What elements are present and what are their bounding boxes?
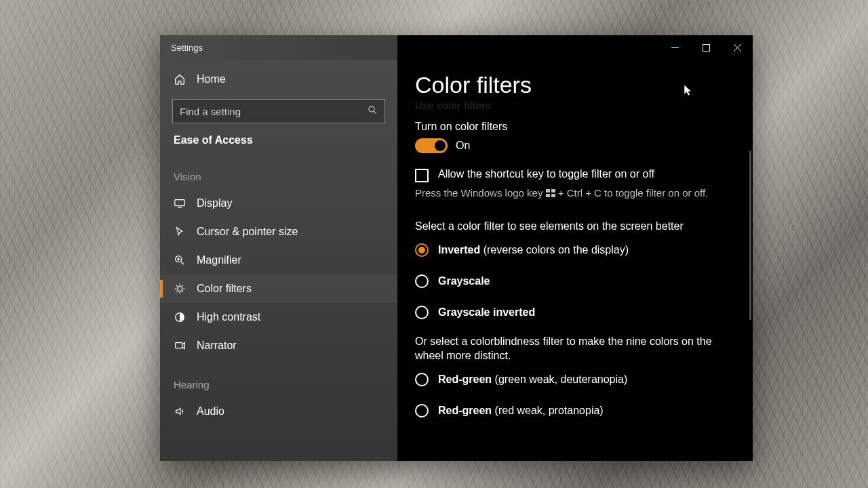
sidebar-item-label: Narrator: [197, 340, 237, 352]
sidebar-item-magnifier[interactable]: Magnifier: [160, 246, 397, 274]
page-title: Color filters: [415, 72, 735, 98]
home-icon: [174, 73, 186, 85]
ghost-subtitle: Use color filters: [415, 100, 735, 111]
radio-button[interactable]: [415, 243, 429, 257]
sidebar-item-label: Magnifier: [197, 254, 241, 266]
audio-icon: [174, 405, 186, 418]
radio-label: Grayscale: [438, 275, 490, 287]
svg-line-17: [176, 285, 177, 286]
sidebar-category: Ease of Access: [160, 134, 397, 152]
sidebar-home-label: Home: [197, 73, 226, 85]
sidebar-item-cursor[interactable]: Cursor & pointer size: [160, 218, 397, 246]
search-box[interactable]: [172, 99, 385, 123]
close-button[interactable]: [722, 35, 753, 60]
svg-rect-6: [175, 200, 184, 206]
magnifier-icon: [174, 254, 186, 266]
sidebar-item-label: High contrast: [197, 311, 260, 323]
sidebar: Home Ease of Access Vision Display: [160, 60, 397, 461]
sidebar-item-label: Display: [197, 197, 232, 209]
radio-label: Red-green (green weak, deuteranopia): [438, 373, 627, 386]
search-input[interactable]: [180, 106, 368, 117]
colorblind-label: Or select a colorblindness filter to mak…: [415, 334, 734, 363]
display-icon: [174, 197, 186, 209]
sidebar-item-display[interactable]: Display: [160, 189, 397, 218]
settings-window: Settings Home Ease o: [160, 35, 753, 461]
svg-point-4: [369, 106, 374, 111]
svg-line-5: [374, 111, 376, 113]
section-vision: Vision: [160, 152, 397, 189]
sidebar-item-audio[interactable]: Audio: [160, 397, 397, 418]
svg-line-19: [176, 291, 177, 292]
content-pane: Color filters Use color filters Turn on …: [397, 60, 753, 461]
sidebar-home[interactable]: Home: [160, 64, 397, 95]
sidebar-item-label: Color filters: [197, 283, 252, 295]
section-hearing: Hearing: [160, 360, 397, 397]
sidebar-item-label: Cursor & pointer size: [197, 226, 298, 238]
svg-rect-1: [703, 44, 709, 51]
shortcut-checkbox-label: Allow the shortcut key to toggle filter …: [438, 168, 654, 180]
windows-key-icon: [546, 189, 555, 197]
svg-rect-22: [176, 343, 182, 348]
sidebar-item-narrator[interactable]: Narrator: [160, 331, 397, 360]
radio-button[interactable]: [415, 306, 429, 319]
shortcut-hint: Press the Windows logo key + Ctrl + C to…: [415, 186, 734, 200]
radio-label: Inverted (reverse colors on the display): [438, 244, 629, 256]
radio-button[interactable]: [415, 404, 429, 418]
radio-grayscale-inverted[interactable]: Grayscale inverted: [415, 306, 735, 319]
radio-deuteranopia[interactable]: Red-green (green weak, deuteranopia): [415, 373, 735, 386]
titlebar: Settings: [160, 35, 753, 60]
radio-grayscale[interactable]: Grayscale: [415, 274, 735, 288]
radio-label: Grayscale inverted: [438, 306, 535, 319]
color-filters-icon: [174, 283, 186, 295]
radio-inverted[interactable]: Inverted (reverse colors on the display): [415, 243, 735, 257]
high-contrast-icon: [174, 311, 186, 323]
svg-point-12: [177, 286, 182, 291]
filter-select-label: Select a color filter to see elements on…: [415, 219, 734, 234]
search-icon: [368, 105, 378, 118]
turn-on-label: Turn on color filters: [415, 121, 735, 133]
sidebar-item-high-contrast[interactable]: High contrast: [160, 303, 397, 331]
maximize-button[interactable]: [690, 35, 722, 60]
radio-button[interactable]: [415, 373, 429, 386]
narrator-icon: [174, 340, 186, 352]
svg-line-20: [182, 285, 183, 286]
toggle-state: On: [456, 140, 470, 152]
svg-line-9: [181, 262, 184, 265]
sidebar-item-color-filters[interactable]: Color filters: [160, 274, 397, 303]
shortcut-checkbox[interactable]: [415, 169, 429, 182]
svg-line-18: [182, 291, 183, 292]
radio-label: Red-green (red weak, protanopia): [438, 405, 604, 417]
radio-protanopia[interactable]: Red-green (red weak, protanopia): [415, 404, 735, 418]
window-title: Settings: [160, 43, 203, 53]
minimize-button[interactable]: [659, 35, 690, 60]
color-filters-toggle[interactable]: [415, 138, 448, 153]
scrollbar[interactable]: [749, 150, 751, 320]
cursor-icon: [174, 226, 186, 238]
sidebar-item-label: Audio: [197, 405, 224, 418]
radio-button[interactable]: [415, 274, 429, 288]
